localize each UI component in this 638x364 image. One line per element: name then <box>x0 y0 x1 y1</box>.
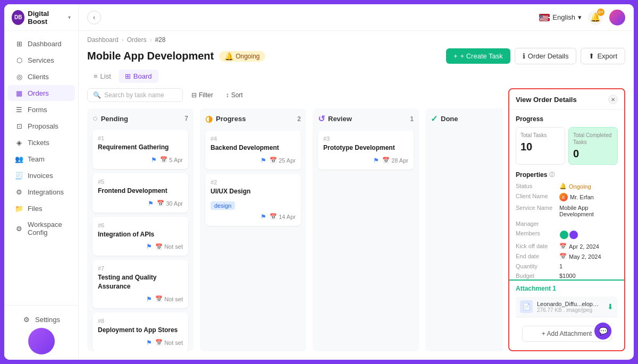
sidebar-item-settings[interactable]: ⚙ Settings <box>15 311 68 327</box>
task-footer-5: ⚑ 📅 30 Apr <box>98 200 183 207</box>
sidebar-item-clients[interactable]: ◎ Clients <box>7 69 75 84</box>
tab-board[interactable]: ⊞ Board <box>119 70 158 83</box>
sidebar-label-dashboard: Dashboard <box>28 40 62 48</box>
client-prop-value: E Mr. Erfan <box>559 193 618 201</box>
sidebar-item-integrations[interactable]: ⚙ Integrations <box>7 184 75 200</box>
task-num-3: #3 <box>323 136 408 142</box>
sidebar-bottom: ⚙ Settings <box>4 305 78 360</box>
file-size: 276.77 KB . image/jpeg <box>537 307 603 313</box>
column-pending: ○ Pending 7 #1 Requirement Gathering ⚑ 📅… <box>87 108 194 351</box>
page-title-left: Mobile App Development 🔔 Ongoing <box>87 50 265 62</box>
prop-row-budget: Budget $1000 <box>516 273 618 279</box>
sidebar-item-proposals[interactable]: ⊡ Proposals <box>7 118 75 134</box>
task-card-5[interactable]: #5 Frontend Development ⚑ 📅 30 Apr <box>93 173 188 213</box>
logo-text: Digital Boost <box>28 10 65 26</box>
task-footer-1: ⚑ 📅 5 Apr <box>98 156 183 164</box>
user-avatar[interactable] <box>609 10 625 26</box>
task-flag-3: ⚑ <box>373 157 379 164</box>
sort-button[interactable]: ↕ Sort <box>222 89 247 101</box>
services-icon: ⬡ <box>15 56 23 64</box>
completed-card: Total Completed Tasks 0 <box>568 127 618 165</box>
sidebar-item-invoices[interactable]: 🧾 Invoices <box>7 167 75 183</box>
chat-bubble-button[interactable]: 💬 <box>594 323 611 340</box>
members-prop-label: Members <box>516 230 557 236</box>
sidebar-item-orders[interactable]: ▦ Orders <box>7 85 75 101</box>
col-count-review: 1 <box>410 115 414 123</box>
column-progress: ◑ Progress 2 #4 Backend Development ⚑ 📅 … <box>200 108 306 351</box>
task-date-4: 📅 25 Apr <box>270 157 296 164</box>
filter-icon: ⊟ <box>191 91 197 99</box>
task-card-7[interactable]: #7 Testing and Quality Assurance ⚑ 📅 Not… <box>93 260 188 308</box>
client-prop-label: Client Name <box>516 193 557 199</box>
integrations-icon: ⚙ <box>15 188 23 196</box>
progress-cards: Total Tasks 10 Total Completed Tasks 0 <box>516 127 618 165</box>
task-num-4: #4 <box>211 136 296 142</box>
sidebar-item-tickets[interactable]: ◈ Tickets <box>7 134 75 150</box>
task-title-5: Frontend Development <box>98 187 183 196</box>
task-title-7: Testing and Quality Assurance <box>98 273 183 291</box>
breadcrumb-dashboard[interactable]: Dashboard <box>87 36 119 44</box>
sidebar-label-services: Services <box>28 56 54 64</box>
filter-button[interactable]: ⊟ Filter <box>187 89 217 101</box>
quantity-prop-label: Quantity <box>516 263 557 269</box>
prop-row-end: End date 📅 May 2, 2024 <box>516 253 618 260</box>
status-prop-label: Status <box>516 183 557 189</box>
logo-caret[interactable]: ▾ <box>68 14 71 20</box>
prop-row-manager: Manager <box>516 221 618 227</box>
tab-board-label: Board <box>133 72 152 80</box>
task-date-1: 📅 5 Apr <box>160 156 183 163</box>
col-header-progress: ◑ Progress 2 <box>205 114 301 126</box>
task-card-3[interactable]: #3 Prototype Development ⚑ 📅 28 Apr <box>318 130 414 170</box>
info-icon-props: ⓘ <box>549 171 555 179</box>
language-selector[interactable]: 🇺🇸 English ▾ <box>539 13 582 21</box>
language-chevron: ▾ <box>578 13 582 21</box>
prop-row-service: Service Name Mobile App Development <box>516 205 618 217</box>
tab-list[interactable]: ≡ List <box>87 70 117 83</box>
task-card-8[interactable]: #8 Deployment to App Stores ⚑ 📅 Not set <box>93 312 188 351</box>
sidebar-item-files[interactable]: 📁 Files <box>7 200 75 216</box>
task-flag-8: ⚑ <box>146 339 152 346</box>
col-header-done: ✓ Done 0 <box>431 114 503 126</box>
download-icon[interactable]: ⬇ <box>607 302 614 311</box>
col-label-progress: Progress <box>216 115 246 123</box>
sidebar-item-team[interactable]: 👥 Team <box>7 151 75 167</box>
sidebar-item-workspace[interactable]: ⚙ Workspace Config <box>7 217 75 240</box>
progress-section-title: Progress <box>516 115 618 123</box>
panel-close-button[interactable]: ✕ <box>608 95 618 104</box>
task-num-2: #2 <box>211 179 296 185</box>
task-date-7: 📅 Not set <box>155 295 183 302</box>
main-content: ‹ 🇺🇸 English ▾ 🔔 9+ Das <box>79 4 634 360</box>
prop-row-status: Status 🔔 Ongoing <box>516 183 618 190</box>
breadcrumb-id: #28 <box>155 36 165 44</box>
export-button[interactable]: ⬆ Export <box>581 48 625 64</box>
task-card-2[interactable]: #2 UI/UX Design design ⚑ 📅 14 Apr <box>205 174 301 226</box>
export-icon: ⬆ <box>589 52 594 60</box>
sidebar-label-clients: Clients <box>28 73 49 81</box>
search-placeholder: Search by task name <box>104 91 164 99</box>
order-details-button[interactable]: ℹ Order Details <box>515 48 577 64</box>
sidebar-logo[interactable]: DB Digital Boost ▾ <box>4 4 78 31</box>
task-footer-8: ⚑ 📅 Not set <box>98 339 183 346</box>
task-card-6[interactable]: #6 Integration of APIs ⚑ 📅 Not set <box>93 217 188 256</box>
sidebar-item-dashboard[interactable]: ⊞ Dashboard <box>7 36 75 52</box>
sidebar-label-team: Team <box>28 155 45 163</box>
create-task-button[interactable]: + + Create Task <box>446 48 510 64</box>
member-avatar-2 <box>569 230 578 240</box>
task-card-4[interactable]: #4 Backend Development ⚑ 📅 25 Apr <box>205 130 301 170</box>
task-date-6: 📅 Not set <box>155 243 183 250</box>
task-title-1: Requirement Gathering <box>98 143 183 152</box>
page-actions: + + Create Task ℹ Order Details ⬆ Export <box>446 48 625 64</box>
sidebar-item-services[interactable]: ⬡ Services <box>7 52 75 68</box>
sidebar-item-forms[interactable]: ☰ Forms <box>7 101 75 117</box>
back-button[interactable]: ‹ <box>87 11 101 24</box>
status-text: Ongoing <box>236 53 259 60</box>
search-box[interactable]: 🔍 Search by task name <box>87 88 183 102</box>
task-card-1[interactable]: #1 Requirement Gathering ⚑ 📅 5 Apr <box>93 130 188 169</box>
logo-icon: DB <box>12 10 24 25</box>
notification-button[interactable]: 🔔 9+ <box>588 10 603 25</box>
create-task-label: + Create Task <box>460 52 503 60</box>
breadcrumb-orders[interactable]: Orders <box>127 36 147 44</box>
manager-prop-label: Manager <box>516 221 557 227</box>
properties-title: Properties ⓘ <box>516 171 618 179</box>
sidebar: DB Digital Boost ▾ ⊞ Dashboard ⬡ Service… <box>4 4 79 360</box>
